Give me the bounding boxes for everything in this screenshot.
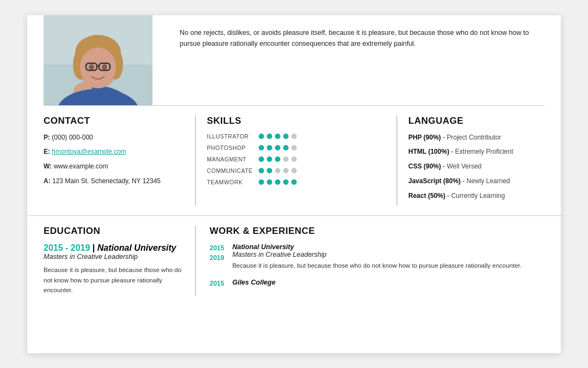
work-entry: 20152019National UniversityMasters in Cr…	[210, 243, 544, 270]
contact-email: E: hmontoya@example.com	[44, 147, 184, 156]
lang-name: React (50%)	[408, 192, 445, 200]
resume-container: No one rejects, dislikes, or avoids plea…	[27, 15, 561, 353]
contact-column: CONTACT P: (000) 000-000 E: hmontoya@exa…	[44, 116, 196, 206]
lang-desc: Project Contributor	[446, 134, 501, 141]
language-title: LANGUAGE	[408, 116, 544, 126]
work-year-start: 2015	[210, 279, 224, 288]
work-years: 2015	[210, 279, 224, 288]
skill-name: COMMUNICATE	[207, 167, 259, 174]
bio-text: No one rejects, dislikes, or avoids plea…	[180, 27, 534, 49]
dot-empty	[291, 156, 297, 162]
skill-name: PHOTOSHOP	[207, 144, 259, 151]
edu-degree: Masters in Creative Leadership	[44, 253, 184, 261]
skills-list: ILLUSTRATORPHOTOSHOPMANAGMENTCOMMUNICATE…	[207, 133, 385, 185]
dot-filled	[267, 179, 272, 185]
work-description: Because it is pleasure, but because thos…	[232, 261, 522, 270]
lang-desc: Newly Learned	[467, 177, 510, 185]
skill-row: MANAGMENT	[207, 156, 385, 162]
skills-column: SKILLS ILLUSTRATORPHOTOSHOPMANAGMENTCOMM…	[196, 116, 397, 206]
dot-filled	[259, 134, 264, 139]
language-item: CSS (90%) - Well Versed	[408, 162, 544, 171]
work-years: 20152019	[210, 243, 224, 270]
photo-column	[44, 15, 163, 105]
skill-row: COMMUNICATE	[207, 167, 385, 174]
skill-name: ILLUSTRATOR	[207, 133, 259, 140]
skill-dots	[259, 134, 297, 139]
work-list: 20152019National UniversityMasters in Cr…	[210, 243, 544, 288]
dot-filled	[275, 134, 280, 139]
work-year-start: 2015	[210, 243, 224, 253]
work-year-end: 2019	[210, 253, 224, 263]
address-value: 123 Main St. Schenectady, NY 12345	[52, 177, 161, 185]
education-entry: 2015 - 2019 | National University Master…	[44, 243, 184, 295]
skill-row: PHOTOSHOP	[207, 144, 385, 151]
work-details: National UniversityMasters in Creative L…	[232, 243, 522, 270]
lang-name: JavaScript (80%)	[408, 177, 461, 185]
lang-name: HTML (100%)	[408, 148, 449, 155]
dot-filled	[275, 179, 280, 185]
edu-year-range: 2015 - 2019 | National University	[44, 243, 184, 253]
lang-desc: Well Versed	[447, 162, 482, 170]
dot-empty	[291, 168, 297, 173]
bottom-section: EDUCATION 2015 - 2019 | National Univers…	[27, 216, 561, 305]
phone-label: P:	[44, 134, 50, 141]
contact-phone: P: (000) 000-000	[44, 133, 184, 142]
education-column: EDUCATION 2015 - 2019 | National Univers…	[44, 226, 196, 295]
work-role: Masters in Creative Leadership	[232, 251, 522, 258]
skills-title: SKILLS	[207, 116, 385, 126]
work-column: WORK & EXPERIENCE 20152019National Unive…	[196, 226, 544, 295]
skill-dots	[259, 168, 297, 173]
bio-column: No one rejects, dislikes, or avoids plea…	[163, 15, 544, 105]
svg-point-13	[102, 64, 107, 70]
dot-filled	[283, 179, 289, 185]
web-value: www.example.com	[53, 162, 108, 170]
edu-university: National University	[97, 243, 176, 252]
dot-filled	[259, 156, 264, 162]
dot-filled	[267, 156, 272, 162]
lang-name: CSS (90%)	[408, 162, 441, 170]
lang-desc: Currently Learning	[451, 192, 505, 200]
work-entry: 2015Giles College	[210, 279, 544, 288]
profile-photo	[44, 15, 152, 105]
language-item: PHP (90%) - Project Contributor	[408, 133, 544, 142]
dot-filled	[283, 145, 289, 150]
lang-desc: Extremely Proficient	[455, 148, 513, 155]
dot-empty	[291, 134, 297, 139]
lang-name: PHP (90%)	[408, 134, 441, 141]
dot-empty	[283, 156, 289, 162]
skill-row: TEAMWORK	[207, 179, 385, 185]
contact-address: A: 123 Main St. Schenectady, NY 12345	[44, 177, 184, 186]
email-label: E:	[44, 148, 50, 155]
edu-years: 2015 - 2019	[44, 243, 90, 252]
dot-filled	[259, 168, 264, 173]
edu-description: Because it is pleasure, but because thos…	[44, 265, 184, 295]
dot-empty	[275, 168, 280, 173]
skill-row: ILLUSTRATOR	[207, 133, 385, 140]
dot-filled	[291, 179, 297, 185]
contact-web: W: www.example.com	[44, 162, 184, 171]
web-label: W:	[44, 162, 52, 170]
work-title: WORK & EXPERIENCE	[210, 226, 544, 237]
skill-dots	[259, 156, 297, 162]
edu-bar: |	[93, 243, 97, 252]
dot-filled	[267, 145, 272, 150]
dot-filled	[267, 134, 272, 139]
dot-filled	[267, 168, 272, 173]
middle-section: CONTACT P: (000) 000-000 E: hmontoya@exa…	[27, 106, 561, 216]
top-section: No one rejects, dislikes, or avoids plea…	[44, 15, 544, 106]
education-title: EDUCATION	[44, 226, 184, 237]
svg-point-12	[89, 64, 94, 70]
contact-title: CONTACT	[44, 116, 184, 126]
work-company: National University	[232, 243, 522, 251]
language-item: HTML (100%) - Extremely Proficient	[408, 147, 544, 156]
skill-name: TEAMWORK	[207, 179, 259, 185]
skill-dots	[259, 179, 297, 185]
skill-dots	[259, 145, 297, 150]
language-column: LANGUAGE PHP (90%) - Project Contributor…	[397, 116, 544, 206]
dot-empty	[291, 145, 297, 150]
language-item: React (50%) - Currently Learning	[408, 191, 544, 201]
dot-filled	[275, 156, 280, 162]
skill-name: MANAGMENT	[207, 156, 259, 162]
language-item: JavaScript (80%) - Newly Learned	[408, 177, 544, 186]
email-link[interactable]: hmontoya@example.com	[52, 148, 126, 155]
